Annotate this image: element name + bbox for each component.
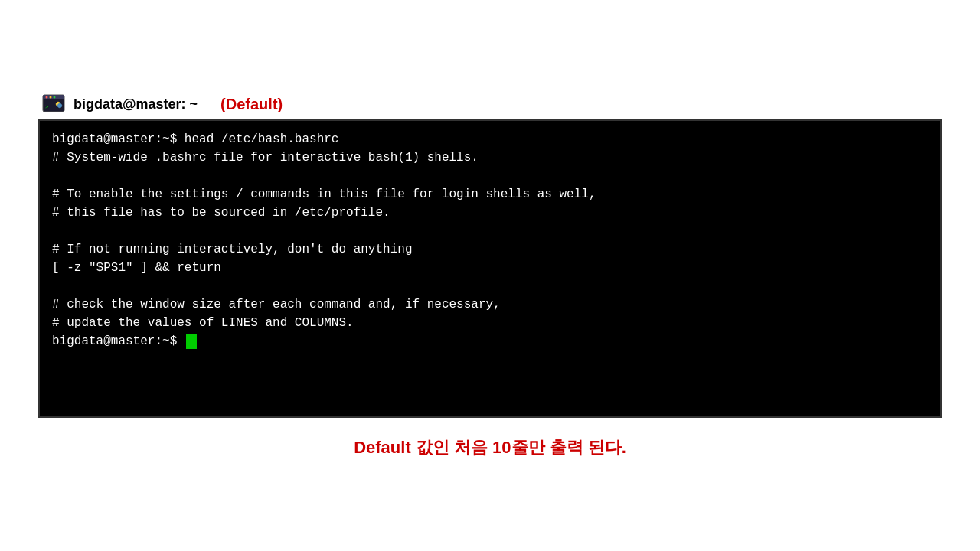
svg-point-4	[54, 96, 56, 99]
terminal-window[interactable]: bigdata@master:~$ head /etc/bash.bashrc …	[38, 119, 942, 418]
caption-text: Default 값인 처음 10줄만 출력 된다.	[354, 438, 626, 457]
terminal-line-5: # If not running interactively, don't do…	[52, 240, 928, 259]
terminal-line-7: # check the window size after each comma…	[52, 295, 928, 314]
terminal-line-blank-1	[52, 167, 928, 185]
window-title: bigdata@master: ~	[74, 96, 198, 112]
terminal-line-prompt: bigdata@master:~$	[52, 332, 928, 350]
terminal-line-1: bigdata@master:~$ head /etc/bash.bashrc	[52, 130, 928, 148]
terminal-icon: >_	[41, 92, 66, 116]
terminal-line-blank-2	[52, 222, 928, 240]
terminal-line-6: [ -z "$PS1" ] && return	[52, 259, 928, 277]
terminal-line-3: # To enable the settings / commands in t…	[52, 185, 928, 204]
terminal-line-blank-3	[52, 277, 928, 295]
terminal-line-2: # System-wide .bashrc file for interacti…	[52, 148, 928, 167]
main-container: >_ bigdata@master: ~ (Default) bigdata@m…	[38, 92, 942, 459]
svg-point-3	[50, 96, 52, 99]
bottom-caption: Default 값인 처음 10줄만 출력 된다.	[38, 436, 942, 459]
terminal-line-4: # this file has to be sourced in /etc/pr…	[52, 204, 928, 222]
svg-point-2	[46, 96, 48, 99]
terminal-line-8: # update the values of LINES and COLUMNS…	[52, 314, 928, 332]
cursor-block	[186, 334, 197, 349]
svg-text:>_: >_	[45, 104, 52, 110]
title-bar: >_ bigdata@master: ~ (Default)	[38, 92, 283, 116]
default-label: (Default)	[220, 96, 283, 113]
